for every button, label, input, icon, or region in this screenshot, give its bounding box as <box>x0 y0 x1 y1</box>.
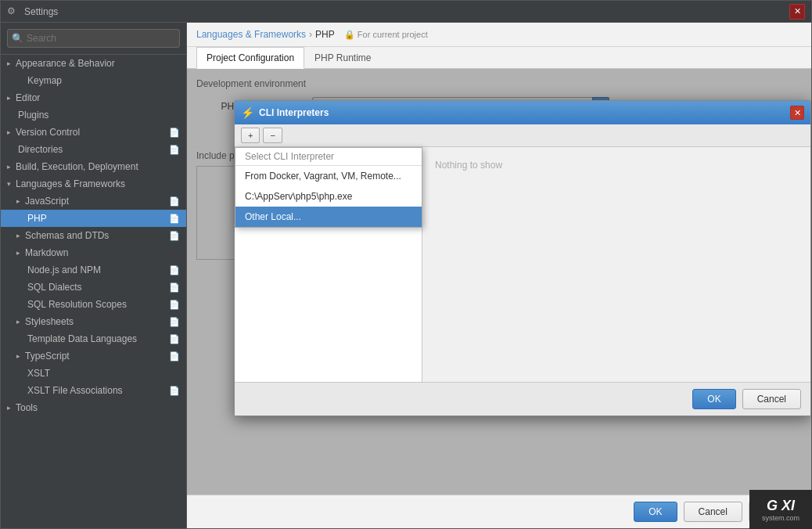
sidebar-label-build-execution: Build, Execution, Deployment <box>16 161 138 172</box>
ok-button[interactable]: OK <box>634 502 677 522</box>
dialog-ok-button[interactable]: OK <box>692 389 735 409</box>
sidebar-item-languages[interactable]: ▾Languages & Frameworks <box>1 175 186 193</box>
sidebar-item-version-control[interactable]: ▸Version Control📄 <box>1 124 186 141</box>
sidebar-file-icon-sql-resolution: 📄 <box>169 300 180 310</box>
sidebar-item-editor[interactable]: ▸Editor <box>1 89 186 106</box>
bottom-bar: OK Cancel Apply <box>187 495 811 528</box>
logo-sub: system.com <box>762 514 799 522</box>
dialog-add-button[interactable]: + <box>241 128 260 143</box>
breadcrumb: Languages & Frameworks › PHP 🔒 For curre… <box>187 23 811 47</box>
sidebar-label-version-control: Version Control <box>16 127 80 138</box>
dialog-left-panel: Select CLI Interpreter From Docker, Vagr… <box>235 147 422 382</box>
sidebar-file-icon-stylesheets: 📄 <box>169 317 180 327</box>
settings-window: ⚙ Settings ✕ 🔍 ▸Appearance & BehaviorKey… <box>0 0 812 529</box>
settings-icon: ⚙ <box>7 5 20 18</box>
sidebar-item-directories[interactable]: Directories📄 <box>1 141 186 158</box>
right-panel: Languages & Frameworks › PHP 🔒 For curre… <box>187 23 811 528</box>
sidebar-item-appearance[interactable]: ▸Appearance & Behavior <box>1 55 186 72</box>
sidebar-arrow-javascript: ▸ <box>16 197 20 205</box>
search-icon: 🔍 <box>12 33 23 44</box>
sidebar-label-javascript: JavaScript <box>25 196 69 207</box>
dialog-toolbar: + − <box>235 124 810 147</box>
sidebar-item-template-data[interactable]: Template Data Languages📄 <box>1 330 186 347</box>
sidebar-label-typescript: TypeScript <box>25 351 70 362</box>
nothing-to-show: Nothing to show <box>429 153 804 177</box>
dialog-close-button[interactable]: ✕ <box>790 106 804 120</box>
sidebar-label-sql-resolution: SQL Resolution Scopes <box>27 299 127 310</box>
sidebar-arrow-schemas-dtds: ▸ <box>16 232 20 239</box>
sidebar-file-icon-typescript: 📄 <box>169 351 180 362</box>
sidebar: 🔍 ▸Appearance & BehaviorKeymap▸EditorPlu… <box>1 23 187 528</box>
sidebar-item-sql-dialects[interactable]: SQL Dialects📄 <box>1 279 186 296</box>
search-input[interactable] <box>7 29 180 48</box>
sidebar-file-icon-template-data: 📄 <box>169 334 180 344</box>
sidebar-label-xslt-file: XSLT File Associations <box>27 385 123 396</box>
sidebar-label-markdown: Markdown <box>25 247 68 258</box>
sidebar-item-xslt-file[interactable]: XSLT File Associations📄 <box>1 382 186 399</box>
sidebar-file-icon-php: 📄 <box>169 214 180 224</box>
cli-interpreters-dialog: ⚡ CLI Interpreters ✕ + − <box>234 100 811 416</box>
sidebar-label-directories: Directories <box>18 144 63 155</box>
sidebar-file-icon-schemas-dtds: 📄 <box>169 231 180 241</box>
breadcrumb-parent[interactable]: Languages & Frameworks <box>196 29 306 40</box>
sidebar-label-appearance: Appearance & Behavior <box>16 58 115 69</box>
tab-project-configuration[interactable]: Project Configuration <box>196 47 304 69</box>
sidebar-file-icon-version-control: 📄 <box>169 128 180 138</box>
dialog-remove-button[interactable]: − <box>263 128 282 143</box>
dialog-overlay: ⚡ CLI Interpreters ✕ + − <box>187 69 811 495</box>
sidebar-item-typescript[interactable]: ▸TypeScript📄 <box>1 347 186 365</box>
sidebar-item-sql-resolution[interactable]: SQL Resolution Scopes📄 <box>1 296 186 313</box>
sidebar-file-icon-nodejs: 📄 <box>169 265 180 275</box>
sidebar-label-plugins: Plugins <box>18 110 49 121</box>
logo-text: G XI <box>767 498 795 514</box>
cli-dropdown-menu: Select CLI Interpreter From Docker, Vagr… <box>235 147 422 228</box>
dialog-footer: OK Cancel <box>235 382 810 416</box>
sidebar-label-stylesheets: Stylesheets <box>25 316 74 327</box>
sidebar-arrow-markdown: ▸ <box>16 249 20 257</box>
dialog-cancel-button[interactable]: Cancel <box>742 389 801 409</box>
sidebar-item-schemas-dtds[interactable]: ▸Schemas and DTDs📄 <box>1 227 186 244</box>
sidebar-arrow-build-execution: ▸ <box>7 163 11 171</box>
close-button[interactable]: ✕ <box>789 4 805 20</box>
sidebar-label-php: PHP <box>27 213 47 224</box>
sidebar-label-keymap: Keymap <box>27 75 62 86</box>
tab-php-runtime[interactable]: PHP Runtime <box>304 47 381 69</box>
search-wrapper: 🔍 <box>7 29 180 48</box>
sidebar-arrow-editor: ▸ <box>7 94 11 102</box>
sidebar-item-nodejs[interactable]: Node.js and NPM📄 <box>1 261 186 279</box>
sidebar-label-editor: Editor <box>16 92 40 103</box>
sidebar-item-php[interactable]: PHP📄 <box>1 210 186 227</box>
sidebar-item-keymap[interactable]: Keymap <box>1 72 186 89</box>
sidebar-item-tools[interactable]: ▸Tools <box>1 399 186 416</box>
sidebar-item-build-execution[interactable]: ▸Build, Execution, Deployment <box>1 158 186 175</box>
sidebar-label-template-data: Template Data Languages <box>27 333 137 344</box>
breadcrumb-current: PHP <box>315 29 335 40</box>
sidebar-item-stylesheets[interactable]: ▸Stylesheets📄 <box>1 313 186 330</box>
window-title: Settings <box>24 6 789 17</box>
dropdown-item-docker[interactable]: From Docker, Vagrant, VM, Remote... <box>235 166 422 186</box>
sidebar-arrow-tools: ▸ <box>7 404 11 412</box>
dialog-right-panel: Nothing to show <box>422 147 810 382</box>
sidebar-item-plugins[interactable]: Plugins <box>1 106 186 124</box>
sidebar-file-icon-javascript: 📄 <box>169 196 180 207</box>
tabs: Project Configuration PHP Runtime <box>187 47 811 69</box>
search-box: 🔍 <box>1 23 186 55</box>
dialog-body: Select CLI Interpreter From Docker, Vagr… <box>235 147 810 382</box>
sidebar-file-icon-directories: 📄 <box>169 145 180 155</box>
cancel-button[interactable]: Cancel <box>684 502 742 522</box>
sidebar-item-xslt[interactable]: XSLT <box>1 365 186 382</box>
sidebar-arrow-stylesheets: ▸ <box>16 318 20 326</box>
sidebar-item-javascript[interactable]: ▸JavaScript📄 <box>1 193 186 210</box>
sidebar-item-markdown[interactable]: ▸Markdown <box>1 244 186 261</box>
breadcrumb-separator: › <box>309 29 312 40</box>
sidebar-label-schemas-dtds: Schemas and DTDs <box>25 230 109 241</box>
sidebar-items-container: ▸Appearance & BehaviorKeymap▸EditorPlugi… <box>1 55 186 416</box>
sidebar-file-icon-xslt-file: 📄 <box>169 386 180 396</box>
sidebar-label-nodejs: Node.js and NPM <box>27 264 101 275</box>
sidebar-arrow-languages: ▾ <box>7 180 11 188</box>
dialog-title: CLI Interpreters <box>259 107 785 118</box>
dropdown-item-other-local[interactable]: Other Local... <box>235 207 422 227</box>
sidebar-label-tools: Tools <box>16 402 38 413</box>
sidebar-file-icon-sql-dialects: 📄 <box>169 282 180 293</box>
dropdown-item-appserv[interactable]: C:\AppServ\php5\php.exe <box>235 186 422 207</box>
